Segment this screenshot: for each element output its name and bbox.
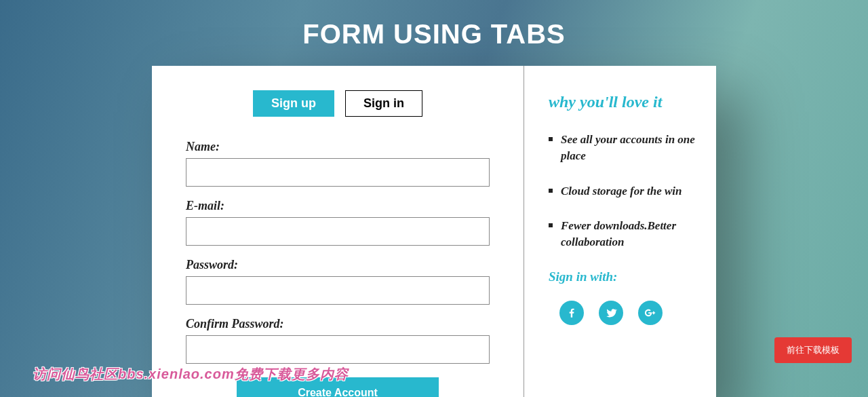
field-email: E-mail: [186, 199, 490, 246]
benefits-list: See all your accounts in one place Cloud… [549, 132, 698, 250]
tabs: Sign up Sign in [179, 90, 496, 117]
form-card: Sign up Sign in Name: E-mail: Password: … [152, 66, 716, 397]
love-title: why you'll love it [549, 93, 698, 111]
form-panel: Sign up Sign in Name: E-mail: Password: … [152, 66, 524, 397]
twitter-icon[interactable] [599, 301, 623, 325]
label-email: E-mail: [186, 199, 490, 213]
google-plus-icon[interactable] [638, 301, 663, 325]
benefit-item: See all your accounts in one place [549, 132, 698, 164]
tab-signup[interactable]: Sign up [253, 90, 334, 117]
submit-button[interactable]: Create Account [237, 377, 439, 397]
social-row [549, 301, 698, 325]
signin-with-label: Sign in with: [549, 269, 698, 284]
benefit-item: Cloud storage for the win [549, 183, 698, 200]
download-template-button[interactable]: 前往下载模板 [774, 337, 852, 363]
page-title: FORM USING TABS [0, 0, 868, 66]
input-name[interactable] [186, 158, 490, 187]
field-password: Password: [186, 258, 490, 305]
input-password[interactable] [186, 276, 490, 305]
benefit-item: Fewer downloads.Better collaboration [549, 218, 698, 250]
input-email[interactable] [186, 217, 490, 246]
label-confirm-password: Confirm Password: [186, 317, 490, 331]
sidebar-panel: why you'll love it See all your accounts… [524, 66, 716, 397]
label-password: Password: [186, 258, 490, 272]
input-confirm-password[interactable] [186, 335, 490, 364]
facebook-icon[interactable] [559, 301, 584, 325]
field-name: Name: [186, 140, 490, 187]
label-name: Name: [186, 140, 490, 154]
tab-signin[interactable]: Sign in [345, 90, 422, 117]
field-confirm-password: Confirm Password: [186, 317, 490, 364]
